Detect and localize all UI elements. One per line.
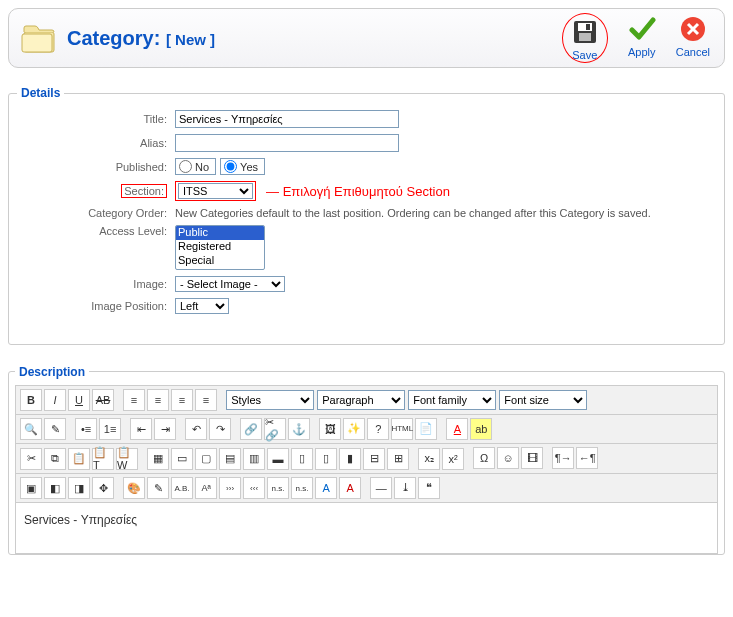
page-title: Category: [ New ] xyxy=(67,27,562,50)
acronym-button[interactable]: Aª xyxy=(195,477,217,499)
paste-text-button[interactable]: 📋T xyxy=(92,448,114,470)
access-registered[interactable]: Registered xyxy=(176,240,264,254)
copy-button[interactable]: ⧉ xyxy=(44,448,66,470)
link-button[interactable]: 🔗 xyxy=(240,418,262,440)
floppy-disk-icon xyxy=(569,16,601,48)
image-button[interactable]: 🖼 xyxy=(319,418,341,440)
charmap-button[interactable]: Ω xyxy=(473,447,495,469)
text-color-button[interactable]: A xyxy=(446,418,468,440)
bold-button[interactable]: B xyxy=(20,389,42,411)
layer-fwd-button[interactable]: ◧ xyxy=(44,477,66,499)
layer-abs-button[interactable]: ▣ xyxy=(20,477,42,499)
help-button[interactable]: ? xyxy=(367,418,389,440)
access-special[interactable]: Special xyxy=(176,254,264,268)
del-button[interactable]: ››› xyxy=(219,477,241,499)
published-no-option[interactable]: No xyxy=(175,158,216,175)
access-level-listbox[interactable]: Public Registered Special xyxy=(175,225,265,270)
svg-rect-4 xyxy=(579,33,591,41)
category-order-note: New Categories default to the last posit… xyxy=(175,207,716,219)
fontfamily-select[interactable]: Font family xyxy=(408,390,496,410)
cell-props-button[interactable]: ▢ xyxy=(195,448,217,470)
section-select[interactable]: ITSS xyxy=(178,183,253,199)
indent-button[interactable]: ⇥ xyxy=(154,418,176,440)
image-position-select[interactable]: Left xyxy=(175,298,229,314)
replace-button[interactable]: ✎ xyxy=(44,418,66,440)
bullet-list-button[interactable]: •≡ xyxy=(75,418,97,440)
preview-button[interactable]: 📄 xyxy=(415,418,437,440)
apply-button[interactable]: Apply xyxy=(626,13,658,58)
save-button[interactable]: Save xyxy=(569,16,601,61)
align-justify-button[interactable]: ≡ xyxy=(195,389,217,411)
insert-row-after-button[interactable]: ▥ xyxy=(243,448,265,470)
delete-col-button[interactable]: ▮ xyxy=(339,448,361,470)
hr-button[interactable]: — xyxy=(370,477,392,499)
svg-rect-1 xyxy=(22,34,52,52)
title-input[interactable] xyxy=(175,110,399,128)
fontsize-select[interactable]: Font size xyxy=(499,390,587,410)
row-props-button[interactable]: ▭ xyxy=(171,448,193,470)
underline-button[interactable]: U xyxy=(68,389,90,411)
ins-button[interactable]: ‹‹‹ xyxy=(243,477,265,499)
layer-back-button[interactable]: ◨ xyxy=(68,477,90,499)
media-button[interactable]: 🎞 xyxy=(521,447,543,469)
styles-select[interactable]: Styles xyxy=(226,390,314,410)
style-props-button[interactable]: 🎨 xyxy=(123,477,145,499)
format-select[interactable]: Paragraph xyxy=(317,390,405,410)
sup-button[interactable]: x² xyxy=(442,448,464,470)
html-button[interactable]: HTML xyxy=(391,418,413,440)
outdent-button[interactable]: ⇤ xyxy=(130,418,152,440)
sub-button[interactable]: x₂ xyxy=(418,448,440,470)
cancel-icon xyxy=(677,13,709,45)
paste-word-button[interactable]: 📋W xyxy=(116,448,138,470)
cite-button[interactable]: ✎ xyxy=(147,477,169,499)
emoticon-button[interactable]: ☺ xyxy=(497,447,519,469)
find-button[interactable]: 🔍 xyxy=(20,418,42,440)
align-left-button[interactable]: ≡ xyxy=(123,389,145,411)
align-right-button[interactable]: ≡ xyxy=(171,389,193,411)
bg-color-button[interactable]: ab xyxy=(470,418,492,440)
image-select[interactable]: - Select Image - xyxy=(175,276,285,292)
rtl-button[interactable]: ←¶ xyxy=(576,447,598,469)
alias-input[interactable] xyxy=(175,134,399,152)
blockquote-button[interactable]: ❝ xyxy=(418,477,440,499)
pagebreak-button[interactable]: ⤓ xyxy=(394,477,416,499)
save-label: Save xyxy=(569,49,601,61)
split-cells-button[interactable]: ⊟ xyxy=(363,448,385,470)
description-fieldset: Description B I U AB ≡ ≡ ≡ ≡ Styles Para… xyxy=(8,365,725,556)
label-access-level: Access Level: xyxy=(17,225,175,237)
cut-button[interactable]: ✂ xyxy=(20,448,42,470)
nbsp-button[interactable]: n.s. xyxy=(291,477,313,499)
align-center-button[interactable]: ≡ xyxy=(147,389,169,411)
number-list-button[interactable]: 1≡ xyxy=(99,418,121,440)
insert-col-after-button[interactable]: ▯ xyxy=(315,448,337,470)
paste-button[interactable]: 📋 xyxy=(68,448,90,470)
editor-body[interactable]: Services - Υπηρεσίες xyxy=(15,503,718,554)
layer-move-button[interactable]: ✥ xyxy=(92,477,114,499)
section-annotation: Επιλογή Επιθυμητού Section xyxy=(266,184,450,199)
insert-col-before-button[interactable]: ▯ xyxy=(291,448,313,470)
attribs-button[interactable]: n.s. xyxy=(267,477,289,499)
insert-row-before-button[interactable]: ▤ xyxy=(219,448,241,470)
unlink-button[interactable]: ✂🔗 xyxy=(264,418,286,440)
published-no-radio[interactable] xyxy=(179,160,192,173)
redo-button[interactable]: ↷ xyxy=(209,418,231,440)
abbr-button[interactable]: A.B. xyxy=(171,477,193,499)
label-section: Section: xyxy=(121,184,167,198)
cleanup-button[interactable]: ✨ xyxy=(343,418,365,440)
italic-button[interactable]: I xyxy=(44,389,66,411)
published-yes-option[interactable]: Yes xyxy=(220,158,265,175)
ltr-button[interactable]: ¶→ xyxy=(552,447,574,469)
merge-cells-button[interactable]: ⊞ xyxy=(387,448,409,470)
published-yes-radio[interactable] xyxy=(224,160,237,173)
anchor-button[interactable]: ⚓ xyxy=(288,418,310,440)
editor-toolbar-row3: ✂ ⧉ 📋 📋T 📋W ▦ ▭ ▢ ▤ ▥ ▬ ▯ ▯ ▮ ⊟ ⊞ x₂ x² … xyxy=(15,444,718,474)
strikethrough-button[interactable]: AB xyxy=(92,389,114,411)
undo-button[interactable]: ↶ xyxy=(185,418,207,440)
access-public[interactable]: Public xyxy=(176,226,264,240)
delete-row-button[interactable]: ▬ xyxy=(267,448,289,470)
cancel-button[interactable]: Cancel xyxy=(676,13,710,58)
visualchars-button[interactable]: A xyxy=(315,477,337,499)
table-button[interactable]: ▦ xyxy=(147,448,169,470)
visualblocks-button[interactable]: A xyxy=(339,477,361,499)
label-published: Published: xyxy=(17,161,175,173)
